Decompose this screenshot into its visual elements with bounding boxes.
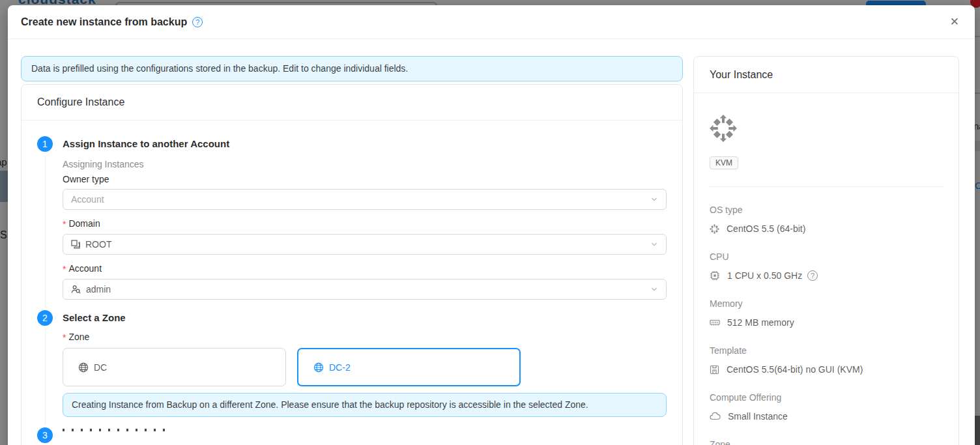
zone-name: DC-2 bbox=[329, 362, 351, 373]
detail-template: Template CentOS 5.5(64-bit) no GUI (KVM) bbox=[710, 345, 943, 375]
step-2-title: Select a Zone bbox=[63, 310, 667, 323]
step-rail: 2 bbox=[37, 310, 53, 427]
modal-title: Create new instance from backup bbox=[21, 16, 187, 28]
step-rail: 1 bbox=[37, 136, 53, 310]
configure-instance-card: Configure Instance 1 Assign Instance to … bbox=[21, 84, 683, 445]
zone-label: * Zone bbox=[63, 330, 667, 343]
create-instance-from-backup-modal: Create new instance from backup ? ✕ Data… bbox=[8, 5, 975, 445]
detail-zone: Zone bbox=[710, 439, 943, 445]
zone-card-dc[interactable]: DC bbox=[63, 348, 286, 386]
your-instance-title: Your Instance bbox=[694, 57, 958, 93]
account-label: * Account bbox=[63, 262, 667, 274]
owner-type-label: Owner type bbox=[63, 174, 667, 184]
cpu-icon bbox=[710, 270, 720, 281]
your-instance-body: KVM OS type CentOS 5.5 (64-bit) bbox=[694, 93, 958, 445]
globe-icon bbox=[78, 362, 89, 373]
domain-select[interactable]: ROOT bbox=[63, 234, 667, 255]
owner-type-select[interactable]: Account bbox=[63, 189, 667, 210]
step-3-partial: 3 bbox=[37, 427, 667, 431]
user-search-icon bbox=[71, 285, 81, 294]
form-column: Data is prefilled using the configuratio… bbox=[21, 56, 683, 445]
step-connector bbox=[45, 330, 46, 425]
step-3-title-clipped bbox=[63, 429, 167, 431]
step-2-content: Select a Zone * Zone bbox=[63, 310, 667, 427]
cloud-icon bbox=[710, 412, 721, 422]
template-icon bbox=[710, 365, 719, 375]
screen: cloudstack ap S na O Create new instance… bbox=[0, 0, 980, 445]
detail-cpu: CPU 1 CPU x 0.50 GHz ? bbox=[710, 251, 943, 281]
hypervisor-tag: KVM bbox=[710, 156, 738, 169]
chevron-down-icon bbox=[650, 285, 658, 293]
memory-value: 512 MB memory bbox=[727, 317, 794, 328]
step-3-badge: 3 bbox=[37, 427, 53, 443]
chevron-down-icon bbox=[650, 240, 658, 248]
detail-os-type: OS type CentOS 5.5 (64-bit) bbox=[710, 205, 943, 234]
your-instance-card: Your Instance bbox=[693, 56, 959, 445]
cpu-value: 1 CPU x 0.50 GHz bbox=[727, 270, 802, 281]
modal-body: Data is prefilled using the configuratio… bbox=[8, 39, 975, 445]
wizard-steps: 1 Assign Instance to another Account Ass… bbox=[22, 121, 682, 431]
assigning-instances-label: Assigning Instances bbox=[63, 159, 667, 169]
summary-column: Your Instance bbox=[693, 56, 959, 445]
step-1-badge: 1 bbox=[37, 136, 53, 152]
account-select[interactable]: admin bbox=[63, 279, 667, 300]
compute-offering-value: Small Instance bbox=[728, 411, 788, 422]
configure-instance-card-title: Configure Instance bbox=[22, 85, 682, 121]
detail-memory: Memory 512 MB memory bbox=[710, 298, 943, 328]
globe-icon bbox=[313, 362, 324, 373]
account-value: admin bbox=[86, 284, 111, 294]
step-1-title: Assign Instance to another Account bbox=[63, 136, 667, 149]
cpu-help-icon[interactable]: ? bbox=[807, 270, 818, 281]
os-type-value: CentOS 5.5 (64-bit) bbox=[727, 223, 805, 234]
step-1-content: Assign Instance to another Account Assig… bbox=[63, 136, 667, 310]
zone-warning-alert: Creating Instance from Backup on a diffe… bbox=[63, 393, 667, 417]
step-2-badge: 2 bbox=[37, 310, 53, 326]
detail-compute-offering: Compute Offering Small Instance bbox=[710, 392, 943, 422]
centos-icon bbox=[710, 224, 719, 234]
zone-card-dc-2[interactable]: DC-2 bbox=[297, 348, 521, 386]
modal-header: Create new instance from backup ? ✕ bbox=[8, 5, 975, 39]
chevron-down-icon bbox=[650, 195, 658, 203]
memory-icon bbox=[710, 317, 720, 328]
domain-label: * Domain bbox=[63, 217, 667, 229]
divider bbox=[710, 186, 943, 187]
zone-options: DC DC-2 bbox=[63, 348, 667, 386]
step-assign-account: 1 Assign Instance to another Account Ass… bbox=[37, 136, 667, 310]
domain-block-icon bbox=[71, 240, 80, 249]
domain-value: ROOT bbox=[85, 239, 111, 250]
centos-logo-icon bbox=[710, 115, 737, 142]
help-icon[interactable]: ? bbox=[192, 17, 203, 27]
zone-name: DC bbox=[94, 362, 107, 373]
step-select-zone: 2 Select a Zone * Zone bbox=[37, 310, 667, 427]
step-rail: 3 bbox=[37, 427, 53, 431]
template-value: CentOS 5.5(64-bit) no GUI (KVM) bbox=[727, 364, 863, 375]
close-icon[interactable]: ✕ bbox=[947, 14, 962, 30]
owner-type-value: Account bbox=[71, 194, 104, 205]
prefill-info-alert: Data is prefilled using the configuratio… bbox=[21, 56, 683, 81]
step-connector bbox=[45, 156, 46, 308]
